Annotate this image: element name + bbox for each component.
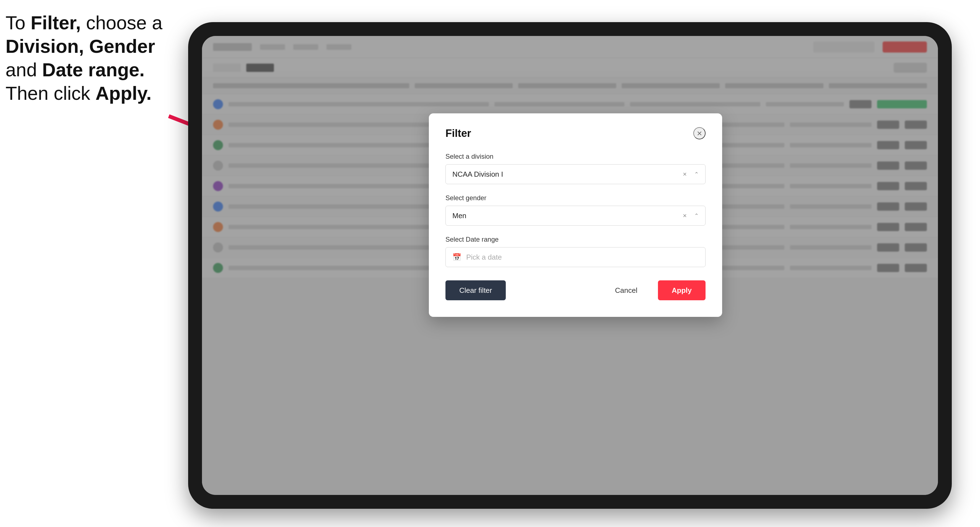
division-select-icons: × ⌃	[680, 170, 701, 179]
division-select-wrapper: NCAA Division I × ⌃	[445, 164, 706, 184]
division-clear-icon[interactable]: ×	[680, 170, 689, 179]
gender-chevron-icon[interactable]: ⌃	[692, 211, 701, 221]
date-placeholder: Pick a date	[466, 253, 502, 262]
modal-header: Filter ×	[445, 127, 706, 139]
instruction-line1: To Filter, choose a	[6, 12, 162, 33]
tablet-screen: Filter × Select a division NCAA Division…	[202, 36, 938, 495]
division-chevron-icon[interactable]: ⌃	[692, 170, 701, 179]
division-select[interactable]: NCAA Division I	[445, 164, 706, 184]
date-range-form-group: Select Date range 📅 Pick a date	[445, 236, 706, 267]
cancel-button[interactable]: Cancel	[601, 280, 651, 300]
instruction-text: To Filter, choose a Division, Gender and…	[6, 11, 166, 105]
instruction-bold2: Division, Gender	[6, 36, 155, 57]
close-icon: ×	[697, 128, 702, 138]
gender-label: Select gender	[445, 194, 706, 202]
modal-footer: Clear filter Cancel Apply	[445, 280, 706, 300]
date-range-label: Select Date range	[445, 236, 706, 243]
division-value: NCAA Division I	[452, 170, 503, 179]
gender-select[interactable]: Men	[445, 206, 706, 225]
gender-select-icons: × ⌃	[680, 211, 701, 221]
gender-select-wrapper: Men × ⌃	[445, 206, 706, 225]
clear-filter-button[interactable]: Clear filter	[445, 280, 506, 300]
gender-form-group: Select gender Men × ⌃	[445, 194, 706, 225]
division-label: Select a division	[445, 152, 706, 160]
calendar-icon: 📅	[452, 253, 461, 262]
filter-modal: Filter × Select a division NCAA Division…	[429, 113, 722, 317]
modal-title: Filter	[445, 127, 471, 139]
modal-close-button[interactable]: ×	[694, 127, 706, 139]
gender-value: Men	[452, 211, 466, 220]
gender-clear-icon[interactable]: ×	[680, 211, 689, 221]
apply-button[interactable]: Apply	[658, 280, 706, 300]
division-form-group: Select a division NCAA Division I × ⌃	[445, 152, 706, 184]
instruction-line3: and Date range.	[6, 59, 145, 80]
footer-right-buttons: Cancel Apply	[601, 280, 706, 300]
instruction-line4: Then click Apply.	[6, 83, 152, 104]
tablet-frame: Filter × Select a division NCAA Division…	[188, 22, 952, 509]
date-range-input[interactable]: 📅 Pick a date	[445, 247, 706, 267]
